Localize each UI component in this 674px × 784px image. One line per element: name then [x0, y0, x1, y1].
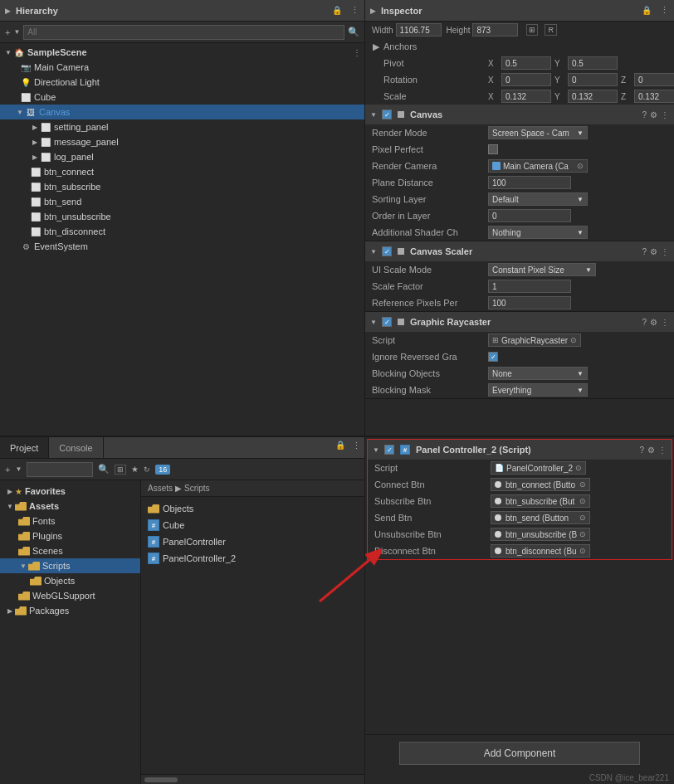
pc-script-target-icon[interactable]: ⊙	[575, 464, 582, 472]
graphic-raycaster-checkbox[interactable]: ✓	[382, 317, 392, 327]
pc-send-target-icon[interactable]: ⊙	[579, 514, 586, 522]
rot-z-input[interactable]	[634, 73, 674, 86]
scale-z-input[interactable]	[634, 90, 674, 103]
tree-item-setting-panel[interactable]: ▶ ⬜ setting_panel	[0, 119, 364, 134]
project-lock-icon[interactable]: 🔒	[332, 437, 349, 458]
hierarchy-expand-icon[interactable]: ▶	[5, 7, 11, 15]
pc-checkbox[interactable]: ✓	[384, 445, 394, 455]
canvas-section-header[interactable]: ▼ ✓ Canvas ? ⚙ ⋮	[365, 105, 674, 124]
pc-menu-icon[interactable]: ⋮	[658, 446, 667, 455]
sorting-layer-dropdown[interactable]: Default ▼	[488, 192, 588, 206]
project-add-icon[interactable]: +	[5, 465, 10, 475]
tree-item-log-panel[interactable]: ▶ ⬜ log_panel	[0, 149, 364, 164]
tree-item-canvas[interactable]: ▼ 🖼 Canvas	[0, 105, 364, 119]
scene-menu-icon[interactable]: ⋮	[353, 48, 361, 57]
gr-script-ref[interactable]: ⊞ GraphicRaycaster ⊙	[488, 334, 581, 347]
hierarchy-search-icon[interactable]: 🔍	[348, 27, 359, 37]
pc-subscribe-ref[interactable]: btn_subscribe (But ⊙	[491, 494, 590, 508]
canvas-help-icon[interactable]: ?	[642, 110, 647, 119]
additional-shader-dropdown[interactable]: Nothing ▼	[488, 226, 588, 239]
pc-script-ref[interactable]: 📄 PanelController_2 ⊙	[491, 461, 586, 475]
anchors-arrow[interactable]: ▶	[372, 42, 380, 51]
scale-x-input[interactable]	[501, 90, 551, 103]
canvas-checkbox[interactable]: ✓	[382, 110, 392, 119]
scale-y-input[interactable]	[568, 90, 618, 103]
project-search-input[interactable]	[27, 462, 93, 477]
render-camera-ref[interactable]: Main Camera (Ca ⊙	[488, 159, 588, 173]
pivot-x-input[interactable]	[501, 56, 551, 70]
tree-item-message-panel[interactable]: ▶ ⬜ message_panel	[0, 134, 364, 149]
canvas-menu-icon[interactable]: ⋮	[661, 110, 669, 119]
pc-settings-icon[interactable]: ⚙	[647, 446, 655, 455]
height-input[interactable]	[472, 23, 518, 37]
scrollbar-thumb[interactable]	[144, 777, 178, 782]
grid-icon[interactable]: ⊞	[526, 24, 538, 36]
hierarchy-menu-icon[interactable]: ⋮	[350, 5, 359, 16]
tree-item-cube[interactable]: ⬜ Cube	[0, 90, 364, 105]
rot-x-input[interactable]	[501, 73, 551, 86]
canvas-scaler-section-header[interactable]: ▼ ✓ Canvas Scaler ? ⚙ ⋮	[365, 241, 674, 261]
blocking-mask-dropdown[interactable]: Everything ▼	[488, 383, 588, 397]
ui-scale-mode-dropdown[interactable]: Constant Pixel Size ▼	[488, 263, 596, 276]
rot-y-input[interactable]	[568, 73, 618, 86]
hierarchy-add-icon[interactable]: +	[5, 27, 10, 37]
tree-item-btn-send[interactable]: ⬜ btn_send	[0, 194, 364, 209]
file-cube[interactable]: # Cube	[144, 517, 361, 533]
pc-connect-target-icon[interactable]: ⊙	[579, 480, 586, 489]
tree-item-objects-sub[interactable]: Objects	[0, 573, 140, 588]
reset-icon[interactable]: R	[545, 24, 557, 36]
pc-send-ref[interactable]: btn_send (Button ⊙	[491, 511, 590, 524]
tree-item-packages[interactable]: ▶ Packages	[0, 603, 140, 618]
file-objects[interactable]: Objects	[144, 500, 361, 517]
graphic-raycaster-settings-icon[interactable]: ⚙	[650, 318, 657, 327]
render-camera-target-icon[interactable]: ⊙	[577, 162, 584, 170]
inspector-menu-icon[interactable]: ⋮	[660, 5, 669, 16]
pivot-y-input[interactable]	[568, 56, 618, 70]
tree-item-btn-connect[interactable]: ⬜ btn_connect	[0, 164, 364, 179]
pixel-perfect-checkbox[interactable]	[488, 144, 498, 154]
pc-unsubscribe-target-icon[interactable]: ⊙	[579, 530, 586, 538]
tree-item-plugins[interactable]: Plugins	[0, 528, 140, 543]
canvas-settings-icon[interactable]: ⚙	[650, 110, 657, 119]
tab-console[interactable]: Console	[49, 437, 103, 458]
scale-factor-input[interactable]	[488, 280, 571, 293]
pc-disconnect-ref[interactable]: btn_disconnect (Bu ⊙	[491, 544, 590, 558]
tree-item-fonts[interactable]: Fonts	[0, 514, 140, 528]
tab-project[interactable]: Project	[0, 437, 49, 458]
tree-item-btn-disconnect[interactable]: ⬜ btn_disconnect	[0, 224, 364, 239]
pc-subscribe-target-icon[interactable]: ⊙	[579, 497, 586, 505]
tree-item-favorites[interactable]: ▶ ★ Favorites	[0, 484, 140, 499]
scene-item[interactable]: ▼ 🏠 SampleScene ⋮	[0, 45, 364, 60]
graphic-raycaster-menu-icon[interactable]: ⋮	[661, 318, 669, 327]
two-col-icon[interactable]: ⊞	[115, 465, 126, 475]
panel-controller-section-header[interactable]: ▼ ✓ # Panel Controller_2 (Script) ? ⚙ ⋮	[368, 440, 672, 460]
pc-help-icon[interactable]: ?	[639, 446, 644, 455]
ignore-reversed-checkbox[interactable]: ✓	[488, 352, 498, 362]
canvas-scaler-menu-icon[interactable]: ⋮	[661, 247, 669, 256]
inspector-expand-icon[interactable]: ▶	[370, 7, 376, 15]
width-input[interactable]	[396, 23, 442, 37]
hierarchy-dropdown-icon[interactable]: ▼	[13, 28, 20, 36]
canvas-scaler-checkbox[interactable]: ✓	[382, 246, 392, 256]
pc-disconnect-target-icon[interactable]: ⊙	[579, 547, 586, 555]
tree-item-directional-light[interactable]: 💡 Directional Light	[0, 75, 364, 90]
inspector-lock-icon[interactable]: 🔒	[642, 6, 652, 15]
tree-item-assets[interactable]: ▼ Assets	[0, 499, 140, 514]
pc-connect-ref[interactable]: btn_connect (Butto ⊙	[491, 478, 590, 491]
graphic-raycaster-section-header[interactable]: ▼ ✓ Graphic Raycaster ? ⚙ ⋮	[365, 312, 674, 332]
tree-item-btn-unsubscribe[interactable]: ⬜ btn_unsubscribe	[0, 209, 364, 224]
tree-item-event-system[interactable]: ⚙ EventSystem	[0, 239, 364, 254]
reference-pixels-input[interactable]	[488, 296, 571, 309]
blocking-objects-dropdown[interactable]: None ▼	[488, 367, 588, 380]
pc-unsubscribe-ref[interactable]: btn_unsubscribe (B ⊙	[491, 528, 590, 541]
tree-item-webgl[interactable]: WebGLSupport	[0, 588, 140, 603]
tree-item-scripts[interactable]: ▼ Scripts	[0, 558, 140, 573]
render-mode-dropdown[interactable]: Screen Space - Cam ▼	[488, 126, 588, 139]
project-add-arrow[interactable]: ▼	[15, 465, 22, 473]
file-panelcontroller[interactable]: # PanelController	[144, 533, 361, 550]
tree-item-main-camera[interactable]: 📷 Main Camera	[0, 60, 364, 75]
hierarchy-lock-icon[interactable]: 🔒	[332, 6, 342, 15]
plane-distance-input[interactable]	[488, 176, 571, 189]
canvas-scaler-settings-icon[interactable]: ⚙	[650, 247, 657, 256]
file-panelcontroller2[interactable]: # PanelController_2	[144, 550, 361, 567]
